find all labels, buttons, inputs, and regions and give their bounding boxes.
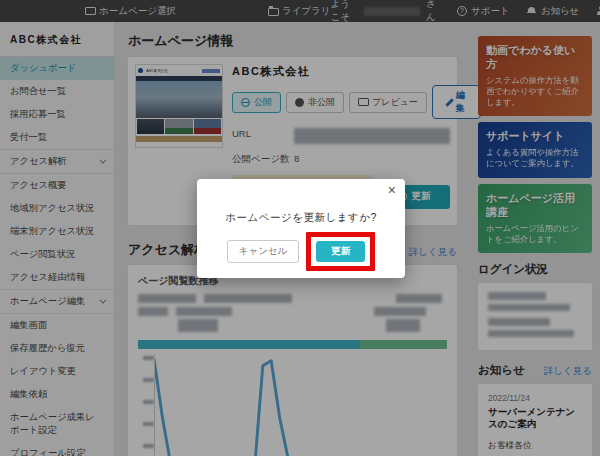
modal-message: ホームページを更新しますか?: [197, 211, 405, 225]
confirm-update-button[interactable]: 更新: [316, 241, 365, 262]
app-window: ホームページ選択 ライブラリ ようこそ さん サポート お知らせ: [0, 0, 600, 456]
annotation-highlight-box: 更新: [306, 232, 375, 271]
cancel-button[interactable]: キャンセル: [227, 240, 300, 263]
close-icon[interactable]: ×: [388, 181, 396, 199]
update-confirm-modal: × ホームページを更新しますか? キャンセル 更新: [197, 179, 405, 278]
